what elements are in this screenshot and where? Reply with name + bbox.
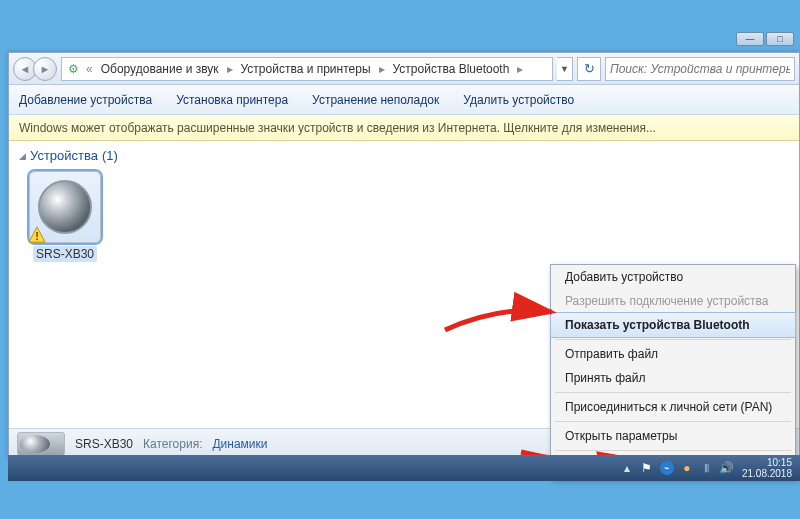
action-center-icon[interactable]: ⚑	[640, 461, 654, 475]
troubleshoot-button[interactable]: Устранение неполадок	[312, 93, 439, 107]
section-count: (1)	[102, 148, 118, 163]
system-tray: ▴ ⚑ ⌁ ● ⫴ 🔊	[620, 461, 734, 475]
taskbar: ▴ ⚑ ⌁ ● ⫴ 🔊 10:15 21.08.2018	[8, 455, 800, 481]
search-box[interactable]	[605, 57, 795, 81]
device-item[interactable]: ! SRS-XB30	[19, 171, 111, 261]
history-dropdown[interactable]: ▼	[557, 57, 573, 81]
add-printer-button[interactable]: Установка принтера	[176, 93, 288, 107]
speaker-icon: !	[29, 171, 101, 243]
nav-forward-button[interactable]: ►	[33, 57, 57, 81]
collapse-icon: ◢	[19, 151, 26, 161]
menu-separator	[555, 450, 791, 451]
tray-context-menu: Добавить устройство Разрешить подключени…	[550, 264, 796, 478]
breadcrumb-item[interactable]: Оборудование и звук	[95, 62, 225, 76]
devices-icon: ⚙	[62, 58, 84, 80]
maximize-button[interactable]: □	[766, 32, 794, 46]
menu-join-pan[interactable]: Присоединиться к личной сети (PAN)	[551, 395, 795, 419]
svg-text:!: !	[35, 230, 39, 242]
menu-send-file[interactable]: Отправить файл	[551, 342, 795, 366]
menu-add-device[interactable]: Добавить устройство	[551, 265, 795, 289]
address-bar: ◄ ► ⚙ « Оборудование и звук ▸ Устройства…	[9, 53, 799, 85]
chevron-right-icon: ▸	[515, 62, 525, 76]
chevron-right-icon: ▸	[225, 62, 235, 76]
add-device-button[interactable]: Добавление устройства	[19, 93, 152, 107]
details-category-value: Динамики	[212, 437, 267, 451]
chevron-right-icon: ▸	[377, 62, 387, 76]
taskbar-clock[interactable]: 10:15 21.08.2018	[742, 457, 792, 479]
section-header[interactable]: ◢ Устройства (1)	[19, 148, 789, 163]
breadcrumb-item[interactable]: Устройства Bluetooth	[387, 62, 516, 76]
menu-receive-file[interactable]: Принять файл	[551, 366, 795, 390]
menu-open-settings[interactable]: Открыть параметры	[551, 424, 795, 448]
breadcrumb[interactable]: ⚙ « Оборудование и звук ▸ Устройства и п…	[61, 57, 553, 81]
menu-separator	[555, 339, 791, 340]
tray-overflow-icon[interactable]: ▴	[620, 461, 634, 475]
menu-allow-connection: Разрешить подключение устройства	[551, 289, 795, 313]
network-icon[interactable]: ⫴	[700, 461, 714, 475]
remove-device-button[interactable]: Удалить устройство	[463, 93, 574, 107]
details-category-label: Категория:	[143, 437, 202, 451]
window-controls: — □	[736, 32, 794, 46]
breadcrumb-root: «	[84, 62, 95, 76]
breadcrumb-item[interactable]: Устройства и принтеры	[235, 62, 377, 76]
menu-separator	[555, 421, 791, 422]
taskbar-date: 21.08.2018	[742, 468, 792, 479]
warning-icon: !	[28, 226, 46, 244]
taskbar-time: 10:15	[742, 457, 792, 468]
section-title: Устройства	[30, 148, 98, 163]
volume-icon[interactable]: 🔊	[720, 461, 734, 475]
info-bar-text: Windows может отображать расширенные зна…	[19, 121, 656, 135]
device-label: SRS-XB30	[33, 246, 97, 262]
info-bar[interactable]: Windows может отображать расширенные зна…	[9, 115, 799, 141]
command-bar: Добавление устройства Установка принтера…	[9, 85, 799, 115]
menu-separator	[555, 392, 791, 393]
details-device-name: SRS-XB30	[75, 437, 133, 451]
bluetooth-tray-icon[interactable]: ⌁	[660, 461, 674, 475]
details-speaker-icon	[17, 432, 65, 456]
safely-remove-icon[interactable]: ●	[680, 461, 694, 475]
search-input[interactable]	[610, 62, 790, 76]
menu-show-bluetooth-devices[interactable]: Показать устройства Bluetooth	[550, 312, 796, 338]
refresh-button[interactable]: ↻	[577, 57, 601, 81]
minimize-button[interactable]: —	[736, 32, 764, 46]
